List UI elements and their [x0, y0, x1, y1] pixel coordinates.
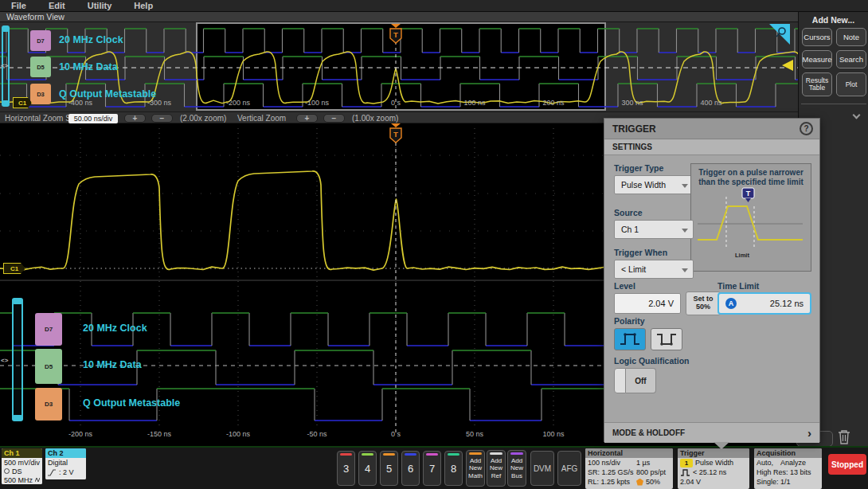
- channel-color-stripe: [448, 453, 459, 456]
- ch2-badge[interactable]: Ch 2 Digital : 2 V: [45, 448, 86, 479]
- badge-label: C1: [10, 265, 18, 272]
- v-zoom-label: Vertical Zoom: [237, 114, 286, 123]
- group-handle-top[interactable]: [2, 25, 10, 32]
- trigger-type-select[interactable]: Pulse Width: [614, 175, 694, 194]
- channel-6-button[interactable]: 6: [401, 451, 420, 486]
- cursors-button[interactable]: Cursors: [802, 28, 832, 46]
- trigger-when-select[interactable]: < Limit: [614, 260, 694, 279]
- trigger-type-value: Pulse Width: [621, 180, 666, 190]
- threshold-icon: [48, 469, 57, 476]
- main-axis-tick: -100 ns: [226, 430, 250, 438]
- oscilloscope-app: File Edit Utility Help Waveform View Add…: [0, 0, 868, 489]
- chevron-right-icon: ›: [807, 426, 811, 440]
- set-to-50-button[interactable]: Set to 50%: [686, 291, 721, 315]
- menu-utility[interactable]: Utility: [88, 1, 112, 10]
- h-zoom-plus-button[interactable]: +: [124, 114, 146, 123]
- probe-icon: [4, 468, 10, 474]
- channel-8-button[interactable]: 8: [444, 451, 463, 486]
- measure-button[interactable]: Measure: [802, 50, 832, 68]
- tab-waveform-view[interactable]: Waveform View: [0, 12, 798, 22]
- trigger-level-arrow[interactable]: [782, 60, 793, 71]
- digital-group-handle-main[interactable]: [12, 298, 23, 421]
- ref-color-stripe: [490, 452, 502, 455]
- note-button[interactable]: Note: [836, 28, 866, 46]
- bandwidth-icon: [35, 477, 40, 483]
- button-label: 8: [451, 463, 456, 475]
- channel-color-stripe: [340, 453, 352, 456]
- level-field[interactable]: 2.04 V: [614, 293, 681, 314]
- h-record-length: RL: 1.25 kpts: [588, 478, 634, 486]
- afg-button[interactable]: AFG: [557, 451, 581, 486]
- group-handle-top[interactable]: [12, 298, 23, 304]
- dvm-button[interactable]: DVM: [530, 451, 554, 486]
- plot-button[interactable]: Plot: [836, 72, 866, 96]
- trigger-panel-header[interactable]: TRIGGER ?: [604, 119, 819, 139]
- search-button[interactable]: Search: [836, 50, 866, 68]
- h-zoom-scale-value[interactable]: 50.00 ns/div: [68, 114, 118, 123]
- overview-axis-tick: 400 ns: [700, 99, 721, 107]
- channel-badge-d5[interactable]: D5: [30, 57, 51, 77]
- results-table-button[interactable]: Results Table: [802, 72, 832, 96]
- trigger-when: < 25.12 ns: [693, 468, 726, 476]
- label-10mhz-data-main: 10 MHz Data: [83, 359, 142, 370]
- source-select[interactable]: Ch 1: [614, 220, 694, 239]
- ch1-badge[interactable]: Ch 1 500 mV/div DS 500 MHz: [2, 448, 42, 484]
- trigger-status-card[interactable]: Trigger 1Pulse Width < 25.12 ns 2.04 V: [678, 448, 749, 489]
- time-limit-field[interactable]: A 25.12 ns: [717, 292, 811, 315]
- polarity-positive-button[interactable]: [614, 328, 646, 350]
- v-zoom-minus-button[interactable]: −: [323, 114, 345, 123]
- acquisition-status-card[interactable]: Acquisition Auto,Analyze High Res: 13 bi…: [754, 448, 822, 489]
- channel-5-button[interactable]: 5: [380, 451, 398, 486]
- channel-badge-d7-main[interactable]: D7: [35, 313, 62, 346]
- ch2-mode: Digital: [48, 459, 68, 467]
- group-handle-bottom[interactable]: [12, 415, 23, 421]
- channel-badge-d7[interactable]: D7: [30, 30, 51, 51]
- button-label: 5: [386, 463, 392, 475]
- trigger-description-box: Trigger on a pulse narrower than the spe…: [690, 163, 811, 272]
- channel-badge-d5-main[interactable]: D5: [35, 349, 62, 384]
- label-q-output: Q Output Metastable: [59, 88, 156, 100]
- help-glyph: ?: [803, 124, 808, 133]
- h-zoom-minus-button[interactable]: −: [151, 114, 173, 123]
- horizontal-status-card[interactable]: Horizontal 100 ns/div1 µs SR: 1.25 GS/s8…: [585, 448, 673, 489]
- settings-tab-label: SETTINGS: [612, 143, 652, 151]
- channel-color-stripe: [383, 453, 395, 456]
- expand-marker[interactable]: <>: [1, 357, 8, 364]
- button-label: 4: [365, 463, 370, 475]
- channel-4-button[interactable]: 4: [358, 451, 377, 486]
- badge-label: D5: [37, 64, 45, 71]
- polarity-negative-button[interactable]: [651, 328, 682, 350]
- logic-toggle-knob[interactable]: [614, 368, 626, 393]
- channel-7-button[interactable]: 7: [423, 451, 441, 486]
- add-new-bus-button[interactable]: Add New Bus: [507, 450, 526, 487]
- button-label: 7: [429, 463, 435, 475]
- tab-settings[interactable]: SETTINGS: [604, 139, 819, 155]
- acq-detail: High Res: 13 bits: [757, 468, 811, 476]
- menu-edit[interactable]: Edit: [49, 1, 65, 10]
- mode-holdoff-bar[interactable]: MODE & HOLDOFF ›: [604, 422, 819, 443]
- h-scale: 100 ns/div: [588, 459, 634, 467]
- overview-axis-tick: 0 s: [391, 99, 401, 107]
- acq-single: Single: 1/1: [757, 478, 791, 486]
- trash-icon[interactable]: [835, 428, 854, 445]
- add-new-ref-button[interactable]: Add New Ref: [487, 450, 506, 487]
- chevron-down-icon: [682, 184, 688, 188]
- channel-badge-d3-main[interactable]: D3: [35, 388, 62, 421]
- channel-color-stripe: [426, 453, 438, 456]
- menu-file[interactable]: File: [11, 1, 26, 10]
- group-handle-bottom[interactable]: [2, 100, 10, 107]
- help-icon[interactable]: ?: [800, 122, 813, 135]
- channel-badge-d3[interactable]: D3: [30, 84, 51, 104]
- logic-toggle-state[interactable]: Off: [626, 368, 656, 393]
- channel-3-button[interactable]: 3: [337, 451, 355, 486]
- chevron-down-icon: [682, 268, 688, 272]
- stopped-button[interactable]: Stopped: [828, 454, 866, 475]
- trigger-type: Pulse Width: [695, 459, 733, 467]
- add-new-math-button[interactable]: Add New Math: [466, 450, 485, 487]
- ch1-mode: DS: [12, 467, 22, 475]
- trigger-position-icon: [636, 479, 643, 486]
- zoom-tool-icon[interactable]: [769, 24, 790, 45]
- expand-marker[interactable]: <>: [1, 62, 8, 69]
- menu-help[interactable]: Help: [134, 1, 153, 10]
- v-zoom-plus-button[interactable]: +: [296, 114, 318, 123]
